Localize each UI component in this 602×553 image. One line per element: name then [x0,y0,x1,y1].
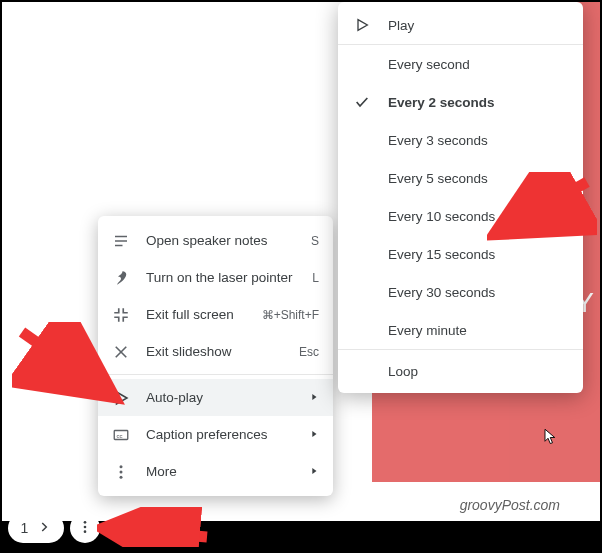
submenu-item-every-5-seconds[interactable]: Every 5 seconds [338,159,583,197]
submenu-label: Every minute [388,323,569,338]
submenu-label: Every 3 seconds [388,133,569,148]
svg-point-2 [84,530,87,533]
menu-label: More [146,464,309,479]
close-icon [110,343,132,361]
page-indicator[interactable]: 1 [8,513,64,543]
svg-point-15 [120,475,123,478]
svg-line-19 [22,332,107,392]
submenu-item-every-10-seconds[interactable]: Every 10 seconds [338,197,583,235]
play-icon [110,389,132,407]
menu-item-laser-pointer[interactable]: Turn on the laser pointer L [98,259,333,296]
more-options-button[interactable] [70,513,100,543]
submenu-label: Every 5 seconds [388,171,569,186]
notes-icon [110,232,132,250]
shortcut-label: L [306,271,319,285]
submenu-label: Play [388,18,569,33]
menu-label: Turn on the laser pointer [146,270,306,285]
svg-marker-8 [117,392,128,404]
menu-item-captions[interactable]: cc Caption preferences [98,416,333,453]
submenu-label: Every 15 seconds [388,247,569,262]
submenu-label: Every 2 seconds [388,95,569,110]
svg-marker-9 [312,394,316,400]
submenu-item-play[interactable]: Play [338,6,583,44]
options-menu: Open speaker notes S Turn on the laser p… [98,216,333,496]
svg-marker-17 [358,20,367,31]
menu-item-autoplay[interactable]: Auto-play [98,379,333,416]
svg-point-0 [84,521,87,524]
submenu-item-every-15-seconds[interactable]: Every 15 seconds [338,235,583,273]
submenu-item-every-second[interactable]: Every second [338,45,583,83]
submenu-arrow-icon [309,427,319,442]
watermark: groovyPost.com [460,497,560,513]
menu-item-more[interactable]: More [98,453,333,490]
submenu-arrow-icon [309,390,319,405]
submenu-item-every-30-seconds[interactable]: Every 30 seconds [338,273,583,311]
menu-item-exit-slideshow[interactable]: Exit slideshow Esc [98,333,333,370]
svg-point-14 [120,470,123,473]
captions-icon: cc [110,426,132,444]
submenu-label: Loop [388,364,583,379]
check-icon [354,94,374,110]
play-icon [354,17,374,33]
menu-label: Auto-play [146,390,309,405]
shortcut-label: S [305,234,319,248]
menu-item-speaker-notes[interactable]: Open speaker notes S [98,222,333,259]
more-vertical-icon [77,519,93,538]
cursor-icon [542,425,560,447]
submenu-item-loop[interactable]: Loop [338,349,583,393]
svg-marker-12 [312,431,316,437]
submenu-item-every-2-seconds[interactable]: Every 2 seconds [338,83,583,121]
menu-label: Caption preferences [146,427,309,442]
svg-marker-16 [312,468,316,474]
submenu-item-every-minute[interactable]: Every minute [338,311,583,349]
submenu-label: Every second [388,57,569,72]
submenu-arrow-icon [309,464,319,479]
more-vertical-icon [110,463,132,481]
laser-icon [110,269,132,287]
shortcut-label: Esc [293,345,319,359]
page-number: 1 [21,520,29,536]
submenu-label: Every 30 seconds [388,285,569,300]
submenu-item-every-3-seconds[interactable]: Every 3 seconds [338,121,583,159]
chevron-right-icon [37,520,51,537]
svg-point-1 [84,525,87,528]
menu-item-exit-fullscreen[interactable]: Exit full screen ⌘+Shift+F [98,296,333,333]
submenu-label: Every 10 seconds [388,209,569,224]
exit-fullscreen-icon [110,306,132,324]
svg-text:cc: cc [117,433,123,439]
shortcut-label: ⌘+Shift+F [256,308,319,322]
menu-label: Exit full screen [146,307,256,322]
menu-label: Open speaker notes [146,233,305,248]
menu-separator [98,374,333,375]
svg-point-13 [120,465,123,468]
menu-label: Exit slideshow [146,344,293,359]
autoplay-submenu: Play Every second Every 2 seconds Every … [338,2,583,393]
